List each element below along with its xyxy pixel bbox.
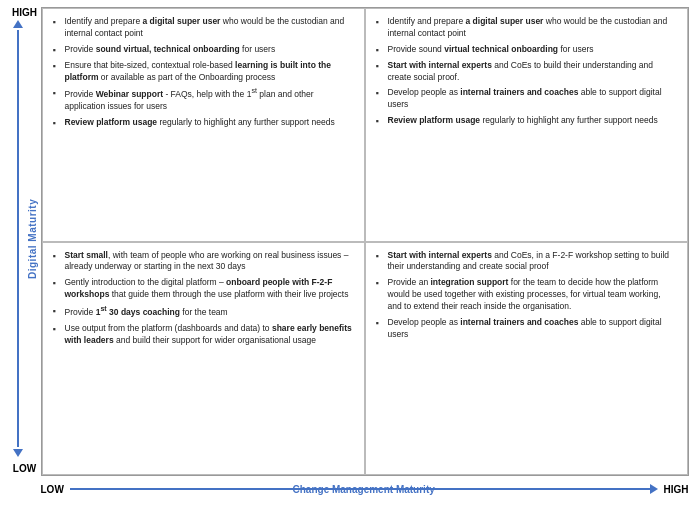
outer-container: HIGH Digital Maturity LOW Identify and p… <box>9 7 689 502</box>
y-high-label: HIGH <box>12 7 37 18</box>
list-item: Review platform usage regularly to highl… <box>53 117 354 129</box>
y-low-label: LOW <box>13 463 36 474</box>
x-arrow-container: Change Management Maturity <box>70 484 658 494</box>
y-axis: HIGH Digital Maturity LOW <box>9 7 41 502</box>
list-item: Provide sound virtual technical onboardi… <box>376 44 677 56</box>
list-item: Develop people as internal trainers and … <box>376 317 677 341</box>
list-item: Review platform usage regularly to highl… <box>376 115 677 127</box>
cell-top-left-list: Identify and prepare a digital super use… <box>53 16 354 129</box>
cell-bottom-left: Start small, with team of people who are… <box>42 242 365 476</box>
list-item: Provide an integration support for the t… <box>376 277 677 313</box>
list-item: Ensure that bite-sized, contextual role-… <box>53 60 354 84</box>
list-item: Develop people as internal trainers and … <box>376 87 677 111</box>
x-axis: LOW Change Management Maturity HIGH <box>41 476 689 502</box>
y-axis-line <box>17 30 19 447</box>
list-item: Start with internal experts and CoEs, in… <box>376 250 677 274</box>
arrow-right-icon <box>650 484 658 494</box>
cell-top-right: Identify and prepare a digital super use… <box>365 8 688 242</box>
content-right: Identify and prepare a digital super use… <box>41 7 689 502</box>
cell-bottom-right-list: Start with internal experts and CoEs, in… <box>376 250 677 341</box>
cell-top-left: Identify and prepare a digital super use… <box>42 8 365 242</box>
x-axis-line <box>70 488 650 490</box>
list-item: Provide Webinar support - FAQs, help wit… <box>53 87 354 113</box>
arrow-up-icon <box>13 20 23 28</box>
cell-bottom-left-list: Start small, with team of people who are… <box>53 250 354 347</box>
arrow-down-icon <box>13 449 23 457</box>
cell-top-right-list: Identify and prepare a digital super use… <box>376 16 677 127</box>
y-arrow <box>11 20 25 457</box>
main-area: HIGH Digital Maturity LOW Identify and p… <box>9 7 689 502</box>
list-item: Provide sound virtual, technical onboard… <box>53 44 354 56</box>
list-item: Gently introduction to the digital platf… <box>53 277 354 301</box>
matrix-grid: Identify and prepare a digital super use… <box>41 7 689 476</box>
list-item: Provide 1st 30 days coaching for the tea… <box>53 305 354 319</box>
x-high-label: HIGH <box>664 484 689 495</box>
list-item: Identify and prepare a digital super use… <box>376 16 677 40</box>
list-item: Identify and prepare a digital super use… <box>53 16 354 40</box>
list-item: Start small, with team of people who are… <box>53 250 354 274</box>
cell-bottom-right: Start with internal experts and CoEs, in… <box>365 242 688 476</box>
y-axis-title: Digital Maturity <box>27 20 38 457</box>
x-low-label: LOW <box>41 484 64 495</box>
list-item: Start with internal experts and CoEs to … <box>376 60 677 84</box>
list-item: Use output from the platform (dashboards… <box>53 323 354 347</box>
